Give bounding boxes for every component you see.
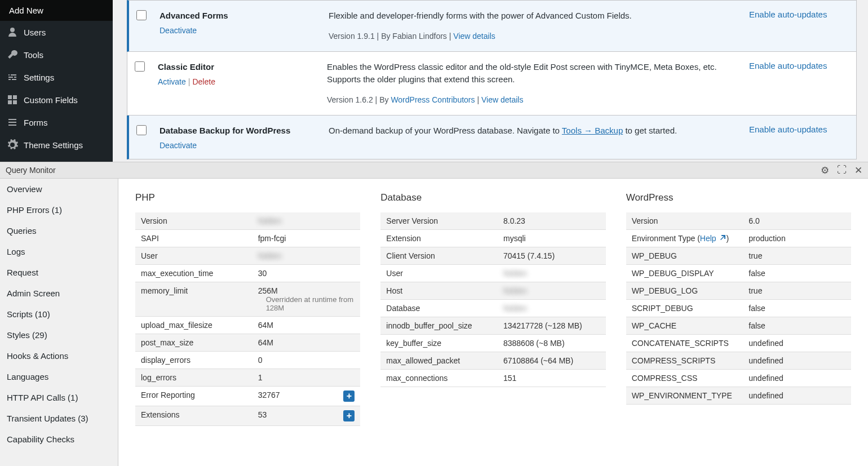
qm-key: max_execution_time	[135, 265, 253, 282]
qm-sidebar-item[interactable]: Styles (29)	[0, 325, 118, 345]
qm-sidebar-item[interactable]: HTTP API Calls (1)	[0, 387, 118, 408]
qm-sidebar-item[interactable]: Languages	[0, 366, 118, 387]
qm-table-row: key_buffer_size8388608 (~8 MB)	[380, 335, 605, 352]
gear-icon[interactable]: ⚙	[821, 165, 829, 176]
qm-key: SAPI	[135, 230, 253, 247]
qm-table-row: max_allowed_packet67108864 (~64 MB)	[380, 352, 605, 370]
enable-auto-updates-link[interactable]: Enable auto-updates	[749, 125, 827, 134]
qm-table-row: WP_DEBUG_DISPLAYfalse	[626, 265, 851, 282]
list-icon	[7, 117, 18, 128]
plugin-version-link[interactable]: View details	[453, 32, 495, 41]
help-link[interactable]: Help	[700, 234, 727, 243]
qm-key: log_errors	[135, 369, 253, 387]
qm-table-row: Userhidden	[380, 265, 605, 282]
sidebar-item-custom-fields[interactable]: Custom Fields	[0, 88, 113, 111]
plugin-desc-link[interactable]: Tools → Backup	[562, 126, 623, 135]
qm-value: hidden	[253, 247, 361, 265]
sidebar-item-settings[interactable]: Settings	[0, 66, 113, 88]
qm-table-row: WP_DEBUG_LOGtrue	[626, 282, 851, 300]
qm-sidebar-item[interactable]: Admin Screen	[0, 283, 118, 304]
qm-table-row: Server Version8.0.23	[380, 212, 605, 230]
plugin-checkbox[interactable]	[136, 10, 147, 20]
plugin-name: Advanced Forms	[160, 10, 317, 21]
qm-value: hidden	[498, 265, 606, 282]
qm-sidebar-item[interactable]: PHP Errors (1)	[0, 199, 118, 220]
sidebar-item-forms[interactable]: Forms	[0, 111, 113, 134]
plugin-version: Version 1.6.2 | By WordPress Contributor…	[327, 94, 727, 106]
qm-table-row: SAPIfpm-fcgi	[135, 230, 360, 247]
qm-column-database: DatabaseServer Version8.0.23Extensionmys…	[380, 192, 605, 452]
qm-table-row: Versionhidden	[135, 212, 360, 230]
qm-key: max_connections	[380, 370, 498, 387]
qm-table-row: Version6.0	[626, 212, 851, 230]
qm-key: Server Version	[380, 212, 498, 230]
qm-value: fpm-fcgi	[253, 230, 361, 247]
qm-column-wordpress: WordPressVersion6.0Environment Type (Hel…	[626, 192, 851, 452]
enable-auto-updates-link[interactable]: Enable auto-updates	[749, 61, 827, 70]
qm-value: undefined	[743, 352, 851, 370]
qm-key: COMPRESS_CSS	[626, 370, 743, 387]
qm-sidebar-item[interactable]: Overview	[0, 179, 118, 199]
qm-key: CONCATENATE_SCRIPTS	[626, 335, 743, 352]
sidebar-item-add-new[interactable]: Add New	[0, 0, 113, 21]
qm-table-row: Hosthidden	[380, 282, 605, 300]
plugin-description: Flexible and developer-friendly forms wi…	[329, 10, 727, 23]
sidebar-item-users[interactable]: Users	[0, 21, 113, 43]
expand-icon[interactable]: ⛶	[837, 165, 847, 176]
plugin-version-link[interactable]: View details	[481, 95, 523, 104]
qm-value: 151	[498, 370, 606, 387]
close-icon[interactable]: ✕	[854, 165, 862, 176]
qm-key: User	[135, 247, 253, 265]
plugin-checkbox[interactable]	[135, 61, 145, 72]
qm-sidebar-item[interactable]: Capability Checks	[0, 429, 118, 450]
qm-value: 70415 (7.4.15)	[498, 247, 606, 265]
sidebar-item-label: Custom Fields	[24, 95, 78, 105]
wp-admin-sidebar: Add NewUsersToolsSettingsCustom FieldsFo…	[0, 0, 113, 162]
qm-sidebar-item[interactable]: Transient Updates (3)	[0, 408, 118, 429]
plugin-action-activate[interactable]: Activate	[158, 77, 186, 86]
plugin-action-deactivate[interactable]: Deactivate	[160, 26, 197, 35]
expand-button[interactable]: +	[343, 390, 355, 402]
expand-button[interactable]: +	[343, 410, 355, 421]
qm-table-row: Error Reporting32767+	[135, 387, 360, 406]
qm-table-row: Databasehidden	[380, 300, 605, 317]
qm-key: Host	[380, 282, 498, 300]
qm-sub-note: Overridden at runtime from 128M	[258, 295, 355, 312]
qm-key: Database	[380, 300, 498, 317]
qm-value: undefined	[743, 335, 851, 352]
qm-value: 67108864 (~64 MB)	[498, 352, 606, 370]
qm-key: User	[380, 265, 498, 282]
sidebar-item-tools[interactable]: Tools	[0, 43, 113, 66]
plugin-action-delete[interactable]: Delete	[192, 77, 215, 86]
qm-value: 64M	[253, 334, 361, 352]
sidebar-item-theme-settings[interactable]: Theme Settings	[0, 134, 113, 156]
qm-value: false	[743, 300, 851, 317]
qm-table-row: max_connections151	[380, 370, 605, 387]
wrench-icon	[7, 49, 18, 60]
qm-table-row: memory_limit256MOverridden at runtime fr…	[135, 282, 360, 317]
query-monitor-sidebar: OverviewPHP Errors (1)QueriesLogsRequest…	[0, 179, 118, 466]
qm-value: undefined	[743, 387, 851, 405]
gear-icon	[7, 139, 18, 150]
qm-value: 8388608 (~8 MB)	[498, 335, 606, 352]
qm-sidebar-item[interactable]: Hooks & Actions	[0, 345, 118, 366]
qm-sidebar-item[interactable]: Queries	[0, 220, 118, 241]
qm-sidebar-item[interactable]: Request	[0, 262, 118, 283]
qm-value: 8.0.23	[498, 212, 606, 230]
qm-sidebar-item[interactable]: Scripts (10)	[0, 304, 118, 325]
redacted-value: hidden	[258, 251, 282, 260]
enable-auto-updates-link[interactable]: Enable auto-updates	[749, 10, 827, 19]
qm-key: WP_DEBUG_DISPLAY	[626, 265, 743, 282]
qm-table-row: max_execution_time30	[135, 265, 360, 282]
redacted-value: hidden	[503, 304, 527, 313]
qm-column-heading: PHP	[135, 192, 360, 203]
qm-sidebar-item[interactable]: Logs	[0, 241, 118, 262]
plugin-row: Classic EditorActivate|DeleteEnables the…	[127, 52, 857, 116]
plugin-action-deactivate[interactable]: Deactivate	[160, 141, 197, 150]
qm-table-row: Userhidden	[135, 247, 360, 265]
plugin-version-link[interactable]: WordPress Contributors	[391, 95, 475, 104]
plugin-checkbox[interactable]	[136, 125, 147, 135]
qm-table-row: WP_DEBUGtrue	[626, 247, 851, 265]
qm-table-row: Client Version70415 (7.4.15)	[380, 247, 605, 265]
qm-key: Version	[135, 212, 253, 230]
